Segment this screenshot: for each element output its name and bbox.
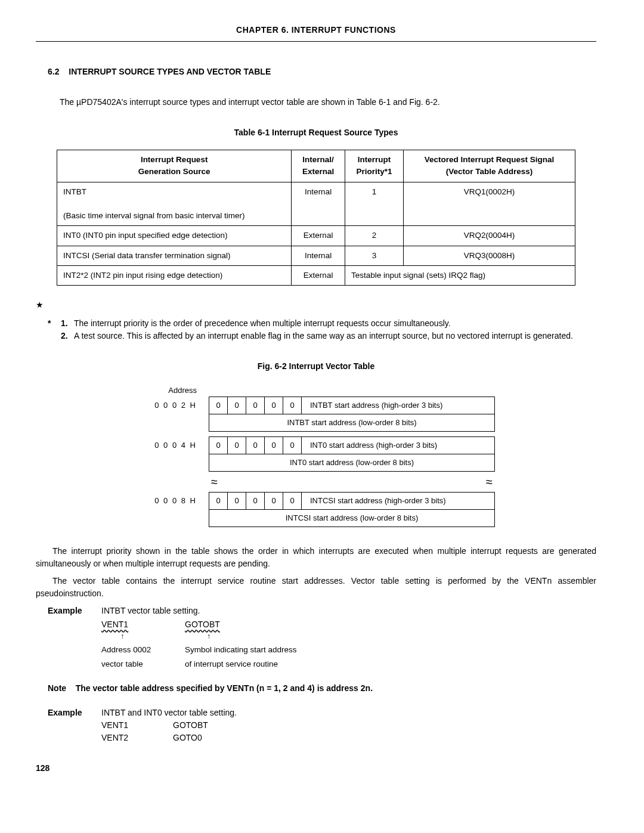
example-lead: INTBT and INT0 vector table setting. — [101, 707, 596, 719]
th-vector: Vectored Interrupt Request Signal(Vector… — [403, 150, 575, 182]
footnote-text: A test source. This is affected by an in… — [74, 330, 596, 342]
vt-bit: 0 — [228, 397, 246, 414]
figure-title: Fig. 6-2 Interrupt Vector Table — [36, 360, 596, 373]
vt-address: 0 0 0 4 H — [137, 436, 209, 454]
note-line: Note The vector table address specified … — [48, 682, 596, 695]
vt-bit: 0 — [283, 397, 302, 414]
vt-desc: INT0 start address (high-order 3 bits) — [302, 437, 494, 454]
asterisk-label: * — [48, 317, 61, 330]
section-number: 6.2 — [48, 66, 59, 78]
vt-desc: INTBT start address (high-order 3 bits) — [302, 397, 494, 414]
vt-bit: 0 — [246, 397, 265, 414]
footnotes: ★ * 1. The interrupt priority is the ord… — [36, 299, 596, 342]
example-lead: INTBT vector table setting. — [101, 605, 596, 617]
example-label: Example — [36, 605, 101, 671]
vt-address: 0 0 0 8 H — [137, 492, 209, 510]
wavy-underline: GOTOBT — [185, 620, 220, 629]
section-title: INTERRUPT SOURCE TYPES AND VECTOR TABLE — [69, 67, 271, 76]
vt-desc: INT0 start address (low-order 8 bits) — [209, 454, 495, 472]
th-source: Interrupt RequestGeneration Source — [57, 150, 292, 182]
vt-bit: 0 — [209, 397, 228, 414]
footnote-text: The interrupt priority is the order of p… — [74, 317, 596, 330]
vt-desc: INTCSI start address (high-order 3 bits) — [302, 493, 494, 509]
vt-address: 0 0 0 2 H — [137, 397, 209, 414]
footnote-number: 1. — [61, 317, 74, 330]
table-title: Table 6-1 Interrupt Request Source Types — [36, 126, 596, 139]
vector-table-diagram: Address 0 0 0 2 H 0 0 0 0 0 INTBT start … — [137, 385, 495, 527]
vt-bit: 0 — [265, 397, 283, 414]
body-paragraph: The vector table contains the interrupt … — [36, 575, 596, 600]
example-block: Example INTBT and INT0 vector table sett… — [36, 707, 596, 744]
chapter-header: CHAPTER 6. INTERRUPT FUNCTIONS — [36, 24, 596, 42]
body-paragraph: The interrupt priority shown in the tabl… — [36, 545, 596, 570]
up-arrow-icon: ↑ — [101, 631, 143, 642]
approx-icon: ≈ — [209, 473, 220, 491]
vt-desc: INTBT start address (low-order 8 bits) — [209, 414, 495, 432]
example-block: Example INTBT vector table setting. VENT… — [36, 605, 596, 671]
table-row: INT2*2 (INT2 pin input rising edge detec… — [57, 265, 575, 285]
th-priority: InterruptPriority*1 — [345, 150, 403, 182]
vt-desc: INTCSI start address (low-order 8 bits) — [209, 510, 495, 527]
up-arrow-icon: ↑ — [185, 631, 233, 642]
example-label: Example — [36, 707, 101, 719]
table-row: INTBT (Basic time interval signal from b… — [57, 182, 575, 226]
section-heading: 6.2 INTERRUPT SOURCE TYPES AND VECTOR TA… — [36, 66, 596, 78]
table-row: INTCSI (Serial data transfer termination… — [57, 246, 575, 265]
approx-icon: ≈ — [484, 473, 495, 491]
address-label: Address — [137, 385, 209, 397]
interrupt-request-table: Interrupt RequestGeneration Source Inter… — [57, 150, 575, 286]
footnote-number: 2. — [61, 330, 74, 342]
page-number: 128 — [36, 762, 596, 775]
intro-paragraph: The µPD75402A's interrupt source types a… — [36, 96, 596, 109]
th-internal-external: Internal/External — [292, 150, 345, 182]
table-row: INT0 (INT0 pin input specified edge dete… — [57, 226, 575, 246]
wavy-underline: VENT1 — [101, 620, 128, 629]
star-icon: ★ — [36, 300, 44, 309]
